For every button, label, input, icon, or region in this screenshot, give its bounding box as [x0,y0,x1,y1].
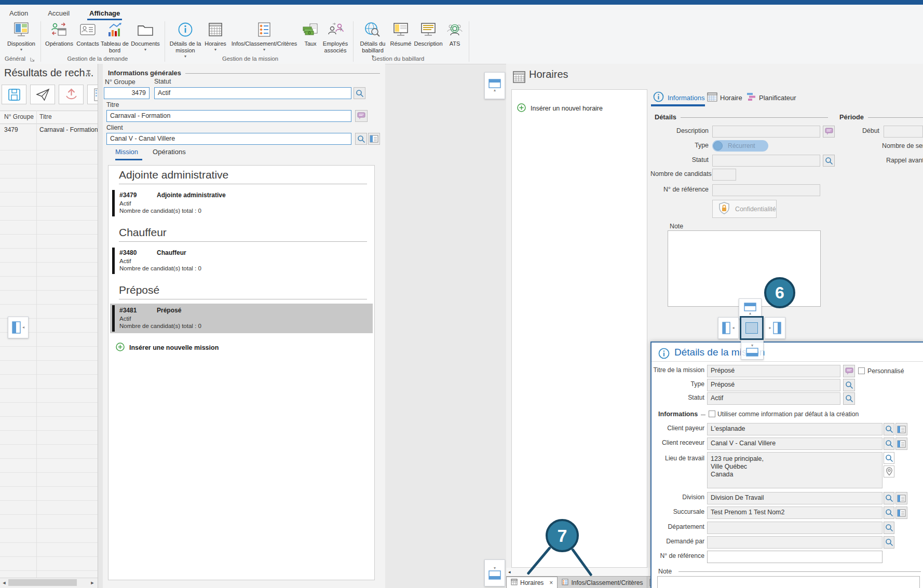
mission-details-button[interactable]: Détails de la mission ▾ [168,20,203,59]
lieu-lookup-button[interactable] [884,452,894,464]
description-button[interactable]: Description [412,20,444,59]
client-receveur-lookup-button[interactable] [884,437,894,450]
scroll-right-button[interactable]: ► [88,579,97,587]
dock-cross-center[interactable] [740,316,764,340]
client-receveur-field[interactable]: Canal V - Canal Villere [707,437,883,450]
statut-lookup-button[interactable] [843,392,855,405]
description-comment-button[interactable] [823,126,835,138]
pin-icon[interactable] [85,70,92,79]
client-lookup-button[interactable] [355,133,367,145]
contacts-button[interactable]: Contacts [75,20,101,54]
dialog-launcher-icon[interactable] [30,57,35,63]
bottom-tab-horaires[interactable]: Horaires × [506,577,558,588]
horizontal-scrollbar[interactable]: ◄ ► [0,578,98,587]
dock-top-guide[interactable]: ▴ [484,72,505,99]
defaut-checkbox[interactable] [709,411,715,417]
debut-field[interactable] [884,126,923,138]
client-receveur-open-button[interactable] [895,437,907,450]
table-header[interactable]: N° Groupe Titre [0,111,98,124]
type-lookup-button[interactable] [843,379,855,391]
statut-lookup-button[interactable] [354,87,365,99]
client-payeur-open-button[interactable] [895,423,907,435]
note-textarea[interactable] [668,230,821,307]
scrollbar-thumb[interactable] [8,579,77,586]
send-button[interactable] [30,85,55,104]
tab-accueil[interactable]: Accueil [46,7,72,20]
succursale-lookup-button[interactable] [884,507,894,519]
tab-action[interactable]: Action [7,7,30,20]
company-grid-button[interactable] [87,85,98,104]
column-header-titre[interactable]: Titre [39,113,52,120]
division-field[interactable]: Division De Travail [707,492,883,504]
departement-lookup-button[interactable] [884,522,894,534]
description-field[interactable] [712,126,820,138]
demande-par-lookup-button[interactable] [884,536,894,549]
bottom-tab-infos[interactable]: Infos/Classement/Critères [558,577,647,588]
titre-mission-field[interactable]: Préposé [707,365,840,377]
dock-left-guide[interactable]: ◂ [8,317,29,338]
operations-button[interactable]: Opérations [44,20,75,54]
tab-planificateur[interactable]: Planificateur [759,94,796,102]
mission-card-selected[interactable]: #3481Préposé Actif Nombre de candidat(s)… [110,304,373,333]
personnalise-checkbox[interactable] [858,367,865,374]
table-row[interactable]: 3479 Carnaval - Formation [0,124,98,137]
statut-field[interactable] [712,155,820,167]
reference-field[interactable] [707,551,883,563]
division-lookup-button[interactable] [884,492,894,504]
statut-field[interactable]: Actif [154,87,351,99]
tab-affichage[interactable]: Affichage [87,7,122,20]
titre-comment-button[interactable] [355,110,368,122]
statut-field[interactable]: Actif [707,392,840,405]
save-button[interactable] [2,85,26,104]
confidentialite-button[interactable]: Confidentialité [712,200,777,218]
babillard-details-button[interactable]: Détails du babillard ▾ [356,20,389,59]
dock-cross-bottom[interactable]: ▾ [741,340,764,360]
tab-mission[interactable]: Mission [115,148,138,158]
employes-associes-button[interactable]: ? Employés associés [320,20,350,59]
client-payeur-lookup-button[interactable] [884,423,894,435]
reference-field[interactable] [712,184,820,196]
client-open-button[interactable] [368,133,380,145]
insert-horaire-link[interactable]: Insérer un nouvel horaire [517,103,603,114]
demande-par-field[interactable] [707,536,883,549]
division-open-button[interactable] [895,492,907,504]
dock-cross-left[interactable]: ◂ [718,317,739,339]
documents-button[interactable]: Documents ▾ [129,20,162,54]
dock-bottom-guide[interactable]: ▾ [484,559,505,586]
statut-lookup-button[interactable] [823,155,835,167]
export-button[interactable] [59,85,84,104]
type-toggle[interactable]: Récurrent [712,140,768,152]
infos-classement-button[interactable]: Infos/Classement/Critères ▾ [228,20,301,59]
taux-button[interactable]: Taux [301,20,320,59]
groupe-field[interactable]: 3479 [104,87,150,99]
horaires-button[interactable]: Horaires ▾ [203,20,228,59]
client-field[interactable]: Canal V - Canal Villere [106,133,351,145]
client-payeur-field[interactable]: L'esplanade [707,423,883,435]
titre-comment-button[interactable] [843,365,855,377]
succursale-field[interactable]: Test Prenom 1 Test Nom2 [707,507,883,519]
insert-mission-link[interactable]: Insérer une nouvelle mission [116,343,374,353]
tab-horaire[interactable]: Horaire [720,94,742,102]
map-pin-button[interactable] [884,466,894,477]
note-textarea[interactable] [657,576,920,588]
disposition-button[interactable]: Disposition ▾ [5,20,38,52]
scroll-left-icon[interactable]: ◂ [508,569,511,575]
dashboard-button[interactable]: Tableau de bord [101,20,129,54]
dock-cross-right[interactable]: ▸ [765,317,785,339]
tab-operations[interactable]: Opérations [153,148,186,158]
close-icon[interactable]: × [549,579,553,586]
candidats-field[interactable] [712,169,736,181]
mission-card[interactable]: #3479Adjointe administrative Actif Nombr… [110,188,373,218]
panel-splitter[interactable] [98,64,103,588]
lieu-travail-field[interactable]: 123 rue principale, Ville Québec Canada [707,452,883,488]
type-field[interactable]: Préposé [707,379,840,391]
ats-button[interactable]: ATS [444,20,465,59]
tab-informations[interactable]: Informations [668,94,705,102]
mission-card[interactable]: #3480Chauffeur Actif Nombre de candidat(… [110,246,373,276]
succursale-open-button[interactable] [895,507,907,519]
resume-button[interactable]: Résumé [389,20,412,59]
column-header-groupe[interactable]: N° Groupe [4,113,34,120]
scroll-left-button[interactable]: ◄ [0,579,8,587]
titre-field[interactable]: Carnaval - Formation [106,110,351,122]
departement-field[interactable] [707,522,883,534]
